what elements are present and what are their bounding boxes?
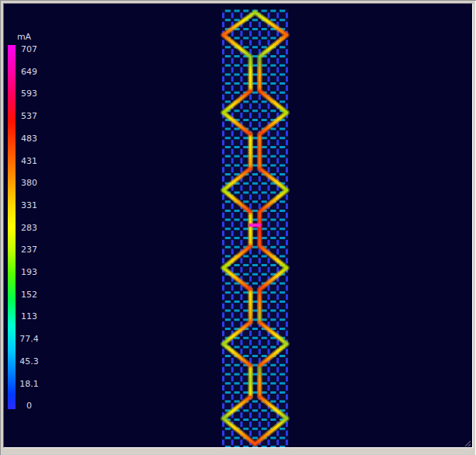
mesh-node bbox=[240, 336, 244, 340]
current-path-segment bbox=[259, 133, 262, 134]
mesh-node bbox=[267, 27, 271, 31]
mesh-node bbox=[231, 82, 235, 85]
mesh-node bbox=[221, 145, 225, 149]
mesh-node bbox=[276, 327, 280, 331]
mesh-node bbox=[221, 164, 225, 168]
mesh-node bbox=[285, 300, 289, 304]
mesh-node bbox=[258, 255, 262, 259]
resize-grip-icon[interactable] bbox=[465, 441, 471, 446]
mesh-node bbox=[285, 164, 289, 168]
mesh-node bbox=[285, 100, 289, 104]
mesh-node bbox=[267, 445, 271, 447]
mesh-node bbox=[267, 363, 271, 367]
mesh-node bbox=[258, 336, 262, 340]
mesh-node bbox=[221, 427, 225, 431]
mesh-node bbox=[285, 82, 289, 85]
mesh-node bbox=[258, 273, 262, 276]
mesh-node bbox=[240, 54, 244, 58]
mesh-node bbox=[240, 263, 244, 267]
mesh-node bbox=[221, 391, 225, 394]
mesh-node bbox=[285, 145, 289, 149]
mesh-node bbox=[285, 64, 289, 68]
colorbar-tick-label: 537 bbox=[21, 111, 37, 121]
mesh-node bbox=[285, 54, 289, 58]
mesh-node bbox=[285, 228, 289, 231]
mesh-node bbox=[285, 182, 289, 186]
mesh-node bbox=[267, 182, 271, 186]
colorbar-tick-label: 18.1 bbox=[19, 379, 39, 389]
mesh-node bbox=[221, 27, 225, 31]
mesh-node bbox=[276, 418, 280, 422]
mesh-node bbox=[285, 290, 289, 294]
mesh-node bbox=[221, 273, 225, 276]
current-path-segment bbox=[259, 288, 262, 290]
mesh-node bbox=[285, 400, 289, 404]
mesh-node bbox=[276, 318, 280, 322]
mesh-node bbox=[267, 381, 271, 385]
mesh-node bbox=[276, 91, 280, 95]
mesh-node bbox=[240, 36, 244, 40]
mesh-node bbox=[221, 127, 225, 131]
mesh-node bbox=[221, 182, 225, 186]
mesh-node bbox=[285, 436, 289, 440]
mesh-node bbox=[276, 282, 280, 286]
mesh-node bbox=[221, 327, 225, 331]
mesh-node bbox=[258, 172, 262, 176]
mesh-node bbox=[221, 73, 225, 77]
mesh-node bbox=[221, 300, 225, 304]
mesh-node bbox=[285, 172, 289, 176]
colorbar-tick-label: 431 bbox=[21, 156, 37, 166]
mesh-node bbox=[258, 327, 262, 331]
mesh-node bbox=[221, 381, 225, 385]
mesh-node bbox=[231, 172, 235, 176]
mesh-node bbox=[231, 318, 235, 322]
mesh-node bbox=[258, 445, 262, 447]
mesh-node bbox=[285, 46, 289, 50]
mesh-node bbox=[267, 300, 271, 304]
mesh-node bbox=[231, 290, 235, 294]
mesh-node bbox=[221, 436, 225, 440]
mesh-node bbox=[267, 73, 271, 77]
mesh-node bbox=[276, 218, 280, 222]
mesh-node bbox=[221, 255, 225, 259]
mesh-node bbox=[231, 300, 235, 304]
mesh-node bbox=[231, 209, 235, 213]
mesh-node bbox=[248, 409, 252, 413]
mesh-node bbox=[276, 436, 280, 440]
mesh-node bbox=[221, 46, 225, 50]
mesh-node bbox=[267, 346, 271, 349]
mesh-node bbox=[285, 137, 289, 141]
mesh-node bbox=[285, 18, 289, 22]
mesh-node bbox=[240, 381, 244, 385]
mesh-node bbox=[231, 9, 235, 13]
mesh-node bbox=[240, 391, 244, 394]
mesh-node bbox=[267, 209, 271, 213]
mesh-node bbox=[231, 18, 235, 22]
mesh-node bbox=[240, 155, 244, 158]
mesh-node bbox=[240, 182, 244, 186]
mesh-node bbox=[258, 182, 262, 186]
mesh-node bbox=[285, 236, 289, 240]
mesh-node bbox=[276, 164, 280, 168]
mesh-node bbox=[221, 400, 225, 404]
mesh-node bbox=[248, 445, 252, 447]
mesh-node bbox=[285, 209, 289, 213]
mesh-node bbox=[267, 137, 271, 141]
mesh-node bbox=[231, 228, 235, 231]
mesh-node bbox=[267, 318, 271, 322]
mesh-node bbox=[267, 290, 271, 294]
mesh-node bbox=[221, 409, 225, 413]
mesh-node bbox=[276, 172, 280, 176]
mesh-node bbox=[240, 218, 244, 222]
mesh-node bbox=[240, 445, 244, 447]
mesh-node bbox=[276, 145, 280, 149]
mesh-node bbox=[231, 309, 235, 313]
mesh-node bbox=[276, 18, 280, 22]
mesh-node bbox=[231, 436, 235, 440]
mesh-node bbox=[258, 191, 262, 195]
mesh-node bbox=[248, 418, 252, 422]
colorbar-tick-label: 483 bbox=[21, 134, 37, 144]
mesh-node bbox=[267, 391, 271, 394]
mesh-node bbox=[285, 155, 289, 158]
mesh-node bbox=[240, 409, 244, 413]
